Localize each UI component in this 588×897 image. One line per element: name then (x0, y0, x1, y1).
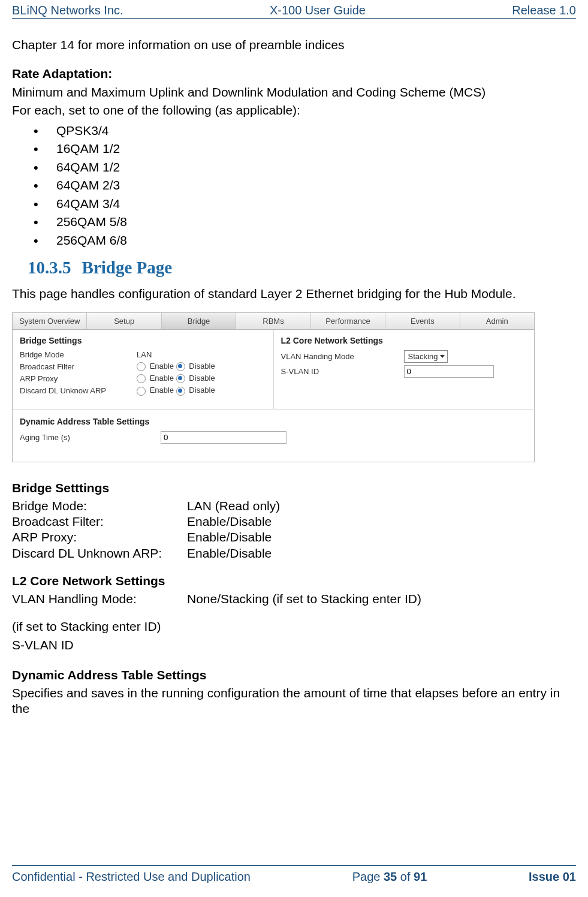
mcs-item: QPSK3/4 (12, 122, 576, 140)
dynamic-address-panel: Dynamic Address Table Settings Aging Tim… (13, 409, 534, 462)
page-content: Chapter 14 for more information on use o… (12, 37, 576, 720)
bridge-settings-def-title: Bridge Setttings (12, 480, 576, 496)
discard-dl-arp-row: Discard DL Unknow ARP Enable Disable (20, 386, 266, 395)
discard-dl-arp-enable-radio[interactable] (137, 387, 146, 396)
svlan-label: S-VLAN ID (281, 367, 404, 376)
arp-proxy-disable-radio[interactable] (176, 374, 185, 383)
enable-label: Enable (150, 362, 174, 371)
discard-dl-arp-disable-radio[interactable] (176, 387, 185, 396)
page-footer: Confidential - Restricted Use and Duplic… (0, 870, 588, 884)
page-of: of (397, 870, 414, 883)
mcs-item: 256QAM 6/8 (12, 231, 576, 249)
footer-right: Issue 01 (529, 870, 576, 884)
definitions-block: Bridge Setttings Bridge Mode:LAN (Read o… (12, 480, 576, 717)
broadcast-filter-disable-radio[interactable] (176, 362, 185, 371)
rate-line2: For each, set to one of the following (a… (12, 103, 576, 118)
enable-label: Enable (150, 374, 174, 383)
footer-rule (12, 865, 576, 866)
def-value: None/Stacking (if set to Stacking enter … (187, 591, 421, 607)
tab-setup[interactable]: Setup (87, 313, 161, 329)
intro-line: Chapter 14 for more information on use o… (12, 37, 576, 53)
tab-events[interactable]: Events (385, 313, 460, 329)
def-key: ARP Proxy: (12, 529, 187, 545)
l2-core-panel: L2 Core Network Settings VLAN Handing Mo… (274, 330, 535, 408)
page-header: BLiNQ Networks Inc. X-100 User Guide Rel… (0, 4, 588, 17)
page-prefix: Page (352, 870, 384, 883)
page-current: 35 (384, 870, 397, 883)
tab-rbms[interactable]: RBMs (236, 313, 310, 329)
l2-def-title: L2 Core Network Settings (12, 573, 576, 589)
mcs-item: 64QAM 1/2 (12, 158, 576, 176)
def-key: Bridge Mode: (12, 498, 187, 514)
footer-left: Confidential - Restricted Use and Duplic… (12, 870, 251, 884)
broadcast-filter-enable-radio[interactable] (137, 362, 146, 371)
svlan-input[interactable] (404, 365, 494, 378)
arp-proxy-label: ARP Proxy (20, 374, 137, 383)
aging-time-label: Aging Time (s) (20, 433, 161, 442)
header-right: Release 1.0 (512, 4, 576, 17)
def-key: VLAN Handling Mode: (12, 591, 187, 607)
mcs-item: 64QAM 3/4 (12, 195, 576, 213)
enable-label: Enable (150, 386, 174, 395)
dyn-def-title: Dynamic Address Table Settings (12, 667, 576, 683)
svlan-id-label: S-VLAN ID (12, 637, 576, 653)
mcs-item: 64QAM 2/3 (12, 176, 576, 194)
mcs-item: 256QAM 5/8 (12, 213, 576, 231)
bridge-screenshot: System Overview Setup Bridge RBMs Perfor… (12, 312, 535, 462)
rate-adaptation-title: Rate Adaptation: (12, 66, 576, 82)
discard-dl-arp-label: Discard DL Unknow ARP (20, 386, 137, 395)
header-rule (12, 18, 576, 19)
def-value: Enable/Disable (187, 514, 272, 529)
tab-system-overview[interactable]: System Overview (13, 313, 87, 329)
aging-time-row: Aging Time (s) (20, 431, 527, 444)
arp-proxy-enable-radio[interactable] (137, 374, 146, 383)
tab-admin[interactable]: Admin (460, 313, 534, 329)
arp-proxy-row: ARP Proxy Enable Disable (20, 374, 266, 383)
bridge-mode-label: Bridge Mode (20, 350, 137, 359)
vlan-mode-label: VLAN Handing Mode (281, 352, 404, 361)
header-center: X-100 User Guide (270, 4, 366, 17)
vlan-mode-row: VLAN Handing Mode Stacking (281, 350, 527, 363)
disable-label: Disable (189, 374, 215, 383)
section-heading: 10.3.5Bridge Page (28, 258, 576, 278)
stacking-condition: (if set to Stacking enter ID) (12, 619, 576, 634)
def-key: Broadcast Filter: (12, 514, 187, 529)
bridge-mode-value: LAN (137, 350, 152, 359)
section-desc: This page handles configuration of stand… (12, 286, 576, 302)
broadcast-filter-label: Broadcast Filter (20, 362, 137, 371)
header-left: BLiNQ Networks Inc. (12, 4, 123, 17)
tab-performance[interactable]: Performance (311, 313, 385, 329)
def-value: Enable/Disable (187, 546, 272, 561)
section-title: Bridge Page (82, 258, 173, 277)
page-total: 91 (414, 870, 427, 883)
mcs-list: QPSK3/4 16QAM 1/2 64QAM 1/2 64QAM 2/3 64… (12, 122, 576, 249)
dyn-title: Dynamic Address Table Settings (20, 417, 527, 426)
bridge-settings-title: Bridge Settings (20, 336, 266, 345)
footer-page: Page 35 of 91 (352, 870, 427, 884)
broadcast-filter-row: Broadcast Filter Enable Disable (20, 362, 266, 371)
mcs-item: 16QAM 1/2 (12, 140, 576, 158)
def-value: LAN (Read only) (187, 498, 280, 514)
bridge-mode-row: Bridge Mode LAN (20, 350, 266, 359)
tab-bridge[interactable]: Bridge (162, 313, 236, 329)
bridge-settings-panel: Bridge Settings Bridge Mode LAN Broadcas… (13, 330, 274, 408)
vlan-mode-select[interactable]: Stacking (404, 350, 448, 363)
l2-core-title: L2 Core Network Settings (281, 336, 527, 345)
disable-label: Disable (189, 386, 215, 395)
dyn-def-desc: Specifies and saves in the running confi… (12, 685, 576, 717)
disable-label: Disable (189, 362, 215, 371)
rate-line1: Minimum and Maximum Uplink and Downlink … (12, 85, 576, 100)
section-number: 10.3.5 (28, 258, 71, 277)
svlan-row: S-VLAN ID (281, 365, 527, 378)
tab-bar: System Overview Setup Bridge RBMs Perfor… (13, 313, 534, 330)
def-value: Enable/Disable (187, 529, 272, 545)
def-key: Discard DL Unknown ARP: (12, 546, 187, 561)
aging-time-input[interactable] (161, 431, 287, 444)
